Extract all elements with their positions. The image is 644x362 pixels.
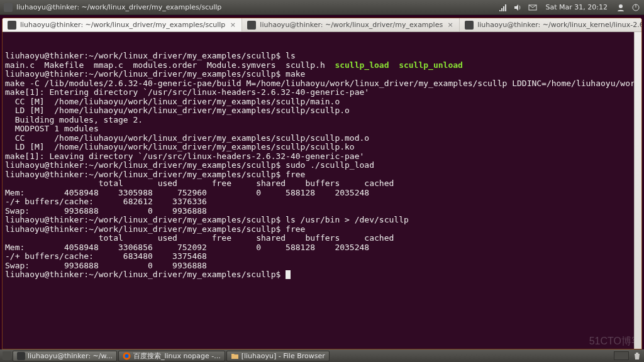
task-label: 百度搜索_linux nopage -... [133, 351, 221, 361]
window-icon [4, 3, 13, 12]
terminal-output[interactable]: liuhaoyu@thinker:~/work/linux_driver/my_… [3, 32, 641, 349]
task-firefox[interactable]: 百度搜索_linux nopage -... [118, 351, 225, 361]
terminal-icon [17, 352, 25, 360]
svg-point-1 [619, 4, 623, 8]
tab-3[interactable]: liuhaoyu@thinker: ~/work/linux_kernel/li… [460, 18, 642, 31]
tab-bar: liuhaoyu@thinker: ~/work/linux_driver/my… [3, 18, 641, 32]
volume-icon[interactable] [513, 3, 522, 12]
task-terminal[interactable]: liuhaoyu@thinker: ~/w... [13, 351, 117, 361]
tab-label: liuhaoyu@thinker: ~/work/linux_kernel/li… [477, 21, 642, 29]
power-icon[interactable] [631, 3, 640, 12]
tab-label: liuhaoyu@thinker: ~/work/linux_driver/my… [260, 21, 443, 29]
svg-point-5 [125, 354, 129, 358]
workspace-switcher[interactable] [614, 351, 629, 360]
indicator-area: Sat Mar 31, 20:12 [498, 3, 640, 12]
mail-icon[interactable] [528, 3, 537, 12]
scrollbar[interactable] [634, 32, 641, 349]
tab-label: liuhaoyu@thinker: ~/work/linux_driver/my… [20, 21, 225, 29]
window-title: liuhaoyu@thinker: ~/work/linux_driver/my… [16, 3, 221, 11]
top-panel: liuhaoyu@thinker: ~/work/linux_driver/my… [0, 0, 644, 15]
user-icon[interactable] [616, 3, 625, 12]
firefox-icon [123, 352, 131, 360]
close-icon[interactable]: × [447, 21, 454, 29]
cursor [286, 270, 291, 279]
show-desktop-icon[interactable] [3, 351, 11, 360]
folder-icon [231, 352, 239, 360]
network-icon[interactable] [498, 3, 507, 12]
trash-icon[interactable] [633, 351, 641, 360]
tab-2[interactable]: liuhaoyu@thinker: ~/work/linux_driver/my… [242, 18, 460, 31]
task-nautilus[interactable]: [liuhaoyu] - File Browser [226, 351, 330, 361]
clock[interactable]: Sat Mar 31, 20:12 [543, 3, 610, 11]
close-icon[interactable]: × [229, 21, 236, 29]
terminal-icon [8, 21, 16, 30]
task-label: liuhaoyu@thinker: ~/w... [28, 352, 113, 360]
terminal-icon [465, 21, 474, 30]
bottom-panel: liuhaoyu@thinker: ~/w... 百度搜索_linux nopa… [0, 349, 644, 362]
terminal-window: liuhaoyu@thinker: ~/work/linux_driver/my… [2, 18, 642, 349]
tab-1[interactable]: liuhaoyu@thinker: ~/work/linux_driver/my… [3, 18, 242, 31]
task-label: [liuhaoyu] - File Browser [242, 352, 325, 360]
terminal-icon [247, 21, 256, 30]
